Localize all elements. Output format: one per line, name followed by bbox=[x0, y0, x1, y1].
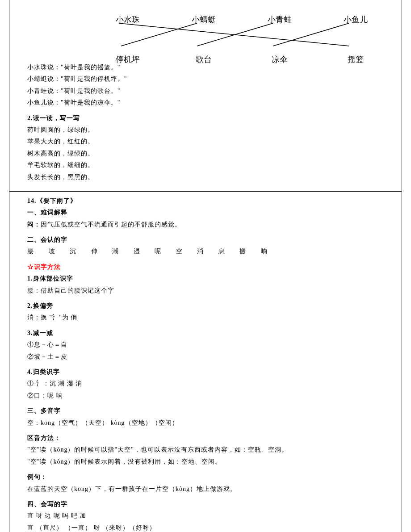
m2-heading: 2.换偏旁 bbox=[27, 301, 384, 311]
matching-diagram: 小水珠 小蜻蜓 小青蛙 小鱼儿 停机坪 歌台 凉伞 摇篮 bbox=[27, 4, 384, 58]
lesson14-section: 14.《要下雨了》 一、难词解释 闷：因气压低或空气不流通而引起的不舒服的感觉。… bbox=[9, 191, 402, 532]
qy-l1: "空"读（kōng）的时候可以指"天空"，也可以表示没有东西或者内容，如：空瓶、… bbox=[27, 445, 384, 455]
m4-heading: 4.归类识字 bbox=[27, 367, 384, 377]
m3-l1: ①息－心＝自 bbox=[27, 340, 384, 350]
section2-line-5: 头发长长的，黑黑的。 bbox=[27, 172, 384, 182]
lesson14-title: 14.《要下雨了》 bbox=[27, 196, 384, 206]
char-kong: 空 bbox=[176, 247, 183, 256]
svg-line-1 bbox=[121, 23, 197, 46]
m3-heading: 3.减一减 bbox=[27, 328, 384, 338]
char-chen: 沉 bbox=[70, 247, 76, 256]
section2-line-3: 树木高高的，绿绿的。 bbox=[27, 149, 384, 159]
s4-l2: 直 （直尺） （一直） 呀 （来呀）（好呀） bbox=[27, 523, 384, 532]
bottom-item-1: 停机坪 bbox=[105, 53, 150, 66]
s4-heading: 四、会写的字 bbox=[27, 499, 384, 509]
char-shen: 伸 bbox=[91, 247, 98, 256]
section2-line-4: 羊毛软软的，细细的。 bbox=[27, 160, 384, 170]
s2-heading: 二、会认的字 bbox=[27, 235, 384, 245]
quote-2: 小蜻蜓说："荷叶是我的停机坪。" bbox=[27, 74, 384, 84]
s3-heading: 三、多音字 bbox=[27, 406, 384, 416]
char-shi: 湿 bbox=[134, 247, 140, 256]
char-chao: 潮 bbox=[112, 247, 119, 256]
char-ne: 呢 bbox=[155, 247, 161, 256]
s1-heading: 一、难词解释 bbox=[27, 208, 384, 218]
svg-line-2 bbox=[197, 23, 273, 46]
section2-line-1: 荷叶圆圆的，绿绿的。 bbox=[27, 125, 384, 135]
ex-heading: 例句： bbox=[27, 472, 384, 482]
char-yao: 腰 bbox=[27, 247, 34, 256]
char-xiao: 消 bbox=[197, 247, 204, 256]
m2-line: 消：换 "氵"为 俏 bbox=[27, 313, 384, 323]
m3-l2: ②坡－土＝皮 bbox=[27, 352, 384, 362]
bottom-item-2: 歌台 bbox=[181, 53, 226, 66]
m1-heading: 1.身体部位识字 bbox=[27, 274, 384, 284]
quote-3: 小青蛙说："荷叶是我的歌台。" bbox=[27, 86, 384, 96]
s2-char-list: 腰 坡 沉 伸 潮 湿 呢 空 消 息 搬 响 bbox=[27, 247, 384, 256]
diagram-bottom-row: 停机坪 歌台 凉伞 摇篮 bbox=[90, 53, 394, 66]
section2-heading: 2.读一读，写一写 bbox=[27, 113, 384, 123]
m4-l2: ②口：呢 响 bbox=[27, 391, 384, 401]
char-po: 坡 bbox=[49, 247, 55, 256]
m4-l1: ① 氵：沉 潮 湿 消 bbox=[27, 379, 384, 389]
top-section: 小水珠 小蜻蜓 小青蛙 小鱼儿 停机坪 歌台 凉伞 摇篮 小水珠说："荷叶是我的… bbox=[9, 0, 402, 191]
char-ban: 搬 bbox=[239, 247, 246, 256]
svg-line-3 bbox=[273, 23, 349, 46]
s1-line: 闷：因气压低或空气不流通而引起的不舒服的感觉。 bbox=[27, 220, 384, 230]
section2-line-2: 苹果大大的，红红的。 bbox=[27, 137, 384, 147]
m1-line: 腰：借助自己的腰识记这个字 bbox=[27, 286, 384, 296]
quote-4: 小鱼儿说："荷叶是我的凉伞。" bbox=[27, 98, 384, 108]
qy-l2: "空"读（kòng）的时候表示闲着，没有被利用，如：空地、空闲。 bbox=[27, 457, 384, 467]
s4-l1: 直 呀 边 呢 吗 吧 加 bbox=[27, 511, 384, 521]
quotes-block: 小水珠说："荷叶是我的摇篮。" 小蜻蜓说："荷叶是我的停机坪。" 小青蛙说："荷… bbox=[27, 63, 384, 108]
bottom-item-3: 凉伞 bbox=[257, 53, 302, 66]
ex-line: 在蓝蓝的天空（kōng）下，有一群孩子在一片空（kòng）地上做游戏。 bbox=[27, 484, 384, 494]
char-xi: 息 bbox=[218, 247, 225, 256]
matching-lines bbox=[94, 22, 398, 47]
s3-line: 空：kōng（空气）（天空） kòng（空地）（空闲） bbox=[27, 418, 384, 428]
method-heading: ☆识字方法 bbox=[27, 262, 384, 272]
bottom-item-4: 摇篮 bbox=[333, 53, 378, 66]
qy-heading: 区音方法： bbox=[27, 433, 384, 443]
char-xiang: 响 bbox=[261, 247, 268, 256]
section2-block: 2.读一读，写一写 荷叶圆圆的，绿绿的。 苹果大大的，红红的。 树木高高的，绿绿… bbox=[27, 113, 384, 182]
